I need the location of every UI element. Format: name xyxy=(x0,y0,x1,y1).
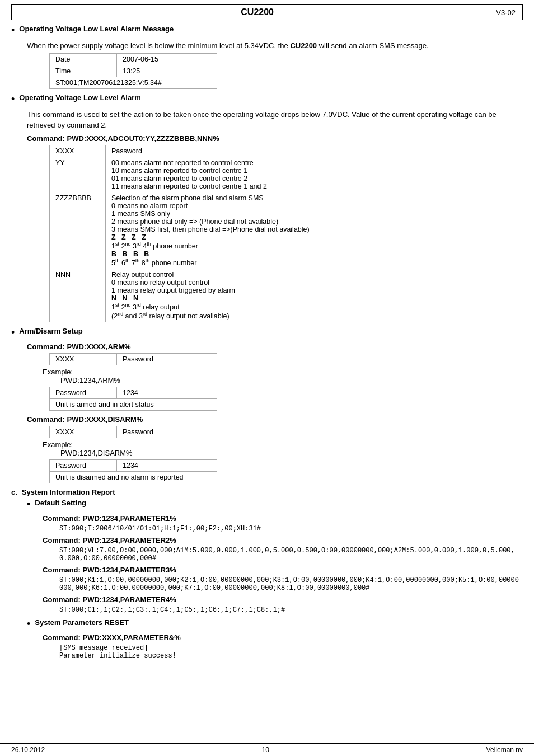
param-name: ZZZZBBBB xyxy=(50,192,106,269)
arm-result-table-wrap: Password 1234 Unit is armed and in alert… xyxy=(49,387,523,411)
arm-example-label: Example: xyxy=(43,368,523,376)
system-reset-response1: [SMS message received] xyxy=(59,644,523,652)
arm-disarm-body: Command: PWD:XXXX,ARM% XXXX Password Exa… xyxy=(27,342,523,483)
default-setting-body: Command: PWD:1234,PARAMETER1% ST:000;T:2… xyxy=(43,514,523,614)
section-op-voltage-alarm-body: This command is used to set the action t… xyxy=(27,109,523,323)
header-title: CU2200 xyxy=(18,7,496,17)
bullet-icon: • xyxy=(27,618,30,631)
table-row: ST:001;TM200706121325;V:5.34# xyxy=(50,77,217,89)
bullet-icon: • xyxy=(11,327,15,339)
table-cell: ST:001;TM200706121325;V:5.34# xyxy=(50,77,217,89)
table-row: Time 13:25 xyxy=(50,65,217,77)
table-cell: 1234 xyxy=(117,459,217,471)
system-info-title: System Information Report xyxy=(22,488,115,496)
param-name: XXXX xyxy=(50,145,106,157)
op-voltage-alarm-command: Command: PWD:XXXX,ADCOUT0:YY,ZZZZBBBB,NN… xyxy=(27,134,523,143)
system-info-body: • Default Setting Command: PWD:1234,PARA… xyxy=(27,499,523,660)
param1-label: Command: PWD:1234,PARAMETER1% xyxy=(43,514,523,523)
param-table: XXXX Password YY 00 means alarm not repo… xyxy=(49,145,329,323)
arm-example-cmd: PWD:1234,ARM% xyxy=(60,376,523,384)
param4-value: ST:000;C1:,1;C2:,1;C3:,1;C4:,1;C5:,1;C6:… xyxy=(59,606,523,614)
op-voltage-alarm-table-wrap: XXXX Password YY 00 means alarm not repo… xyxy=(49,145,523,323)
table-row: Password 1234 xyxy=(50,459,217,471)
table-cell: Unit is disarmed and no alarm is reporte… xyxy=(50,471,217,483)
system-reset-title: System Parameters RESET xyxy=(35,618,129,627)
disarm-example-cmd: PWD:1234,DISARM% xyxy=(60,449,523,457)
footer-date: 26.10.2012 xyxy=(11,746,45,754)
op-voltage-msg-table-wrap: Date 2007-06-15 Time 13:25 ST:001;TM2007… xyxy=(49,53,523,89)
table-cell: 13:25 xyxy=(117,65,217,77)
table-row: NNN Relay output control 0 means no rela… xyxy=(50,269,329,322)
bullet-icon: • xyxy=(27,499,30,511)
param2-value: ST:000;VL:7.00,O:00,0000,000;A1M:5.000,0… xyxy=(59,547,523,562)
param3-label: Command: PWD:1234,PARAMETER3% xyxy=(43,566,523,574)
table-cell: XXXX xyxy=(50,426,117,438)
disarm-xxxx-table: XXXX Password xyxy=(49,426,217,438)
arm-result-table: Password 1234 Unit is armed and in alert… xyxy=(49,387,217,411)
bullet-icon: • xyxy=(11,93,15,106)
arm-xxxx-table-wrap: XXXX Password xyxy=(49,353,523,365)
param2-label: Command: PWD:1234,PARAMETER2% xyxy=(43,536,523,544)
table-row: XXXX Password xyxy=(50,353,217,365)
section-op-voltage-alarm: • Operating Voltage Low Level Alarm xyxy=(11,93,523,106)
param1-value: ST:000;T:2006/10/01/01:01;H:1;F1:,00;F2:… xyxy=(59,525,523,533)
param-desc: Relay output control 0 means no relay ou… xyxy=(106,269,329,322)
bullet-icon: • xyxy=(11,25,15,37)
table-cell: 2007-06-15 xyxy=(117,54,217,65)
table-cell: Password xyxy=(50,459,117,471)
default-setting-title: Default Setting xyxy=(35,499,86,507)
param-desc: Selection of the alarm phone dial and al… xyxy=(106,192,329,269)
disarm-result-table-wrap: Password 1234 Unit is disarmed and no al… xyxy=(49,459,523,483)
table-row: XXXX Password xyxy=(50,145,329,157)
section-default-setting: • Default Setting xyxy=(27,499,523,511)
op-voltage-alarm-desc: This command is used to set the action t… xyxy=(27,109,523,131)
section-arm-disarm: • Arm/Disarm Setup xyxy=(11,327,523,339)
section-op-voltage-msg-title: Operating Voltage Low Level Alarm Messag… xyxy=(19,25,174,33)
section-op-voltage-msg-body: When the power supply voltage level is b… xyxy=(27,40,523,90)
page: CU2200 V3-02 • Operating Voltage Low Lev… xyxy=(0,0,534,756)
op-voltage-msg-table: Date 2007-06-15 Time 13:25 ST:001;TM2007… xyxy=(49,53,217,89)
table-cell: 1234 xyxy=(117,387,217,398)
op-voltage-msg-desc: When the power supply voltage level is b… xyxy=(27,40,523,51)
table-cell: Date xyxy=(50,54,117,65)
footer-page: 10 xyxy=(262,746,269,754)
table-row: Password 1234 xyxy=(50,387,217,398)
table-cell: Password xyxy=(117,353,217,365)
param4-label: Command: PWD:1234,PARAMETER4% xyxy=(43,595,523,604)
header-version: V3-02 xyxy=(496,8,516,17)
system-reset-command: Command: PWD:XXXX,PARAMETER&% xyxy=(43,633,523,642)
disarm-example-label: Example: xyxy=(43,440,523,449)
page-footer: 26.10.2012 10 Velleman nv xyxy=(0,743,534,756)
arm-command-label: Command: PWD:XXXX,ARM% xyxy=(27,342,523,351)
param-desc: Password xyxy=(106,145,329,157)
system-reset-body: Command: PWD:XXXX,PARAMETER&% [SMS messa… xyxy=(43,633,523,660)
table-row: ZZZZBBBB Selection of the alarm phone di… xyxy=(50,192,329,269)
page-header: CU2200 V3-02 xyxy=(11,4,523,20)
table-cell: Password xyxy=(50,387,117,398)
table-row: YY 00 means alarm not reported to contro… xyxy=(50,157,329,192)
table-cell: Password xyxy=(117,426,217,438)
table-row: Unit is disarmed and no alarm is reporte… xyxy=(50,471,217,483)
param-name: YY xyxy=(50,157,106,192)
page-content: • Operating Voltage Low Level Alarm Mess… xyxy=(0,20,534,743)
section-op-voltage-alarm-title: Operating Voltage Low Level Alarm xyxy=(19,93,140,102)
disarm-xxxx-table-wrap: XXXX Password xyxy=(49,426,523,438)
arm-disarm-title: Arm/Disarm Setup xyxy=(19,327,82,335)
table-cell: Unit is armed and in alert status xyxy=(50,398,217,410)
table-row: Unit is armed and in alert status xyxy=(50,398,217,410)
disarm-result-table: Password 1234 Unit is disarmed and no al… xyxy=(49,459,217,483)
section-op-voltage-msg: • Operating Voltage Low Level Alarm Mess… xyxy=(11,25,523,37)
param-name: NNN xyxy=(50,269,106,322)
footer-company: Velleman nv xyxy=(486,746,523,754)
param3-value: ST:000;K1:1,O:00,00000000,000;K2:1,O:00,… xyxy=(59,576,523,592)
section-system-reset: • System Parameters RESET xyxy=(27,618,523,631)
table-row: XXXX Password xyxy=(50,426,217,438)
table-cell: XXXX xyxy=(50,353,117,365)
table-cell: Time xyxy=(50,65,117,77)
system-reset-response2: Parameter initialize success! xyxy=(59,652,523,660)
arm-xxxx-table: XXXX Password xyxy=(49,353,217,365)
section-system-info-header: c. System Information Report xyxy=(11,488,523,496)
disarm-command-label: Command: PWD:XXXX,DISARM% xyxy=(27,415,523,424)
table-row: Date 2007-06-15 xyxy=(50,54,217,65)
section-c-label: c. xyxy=(11,488,17,496)
